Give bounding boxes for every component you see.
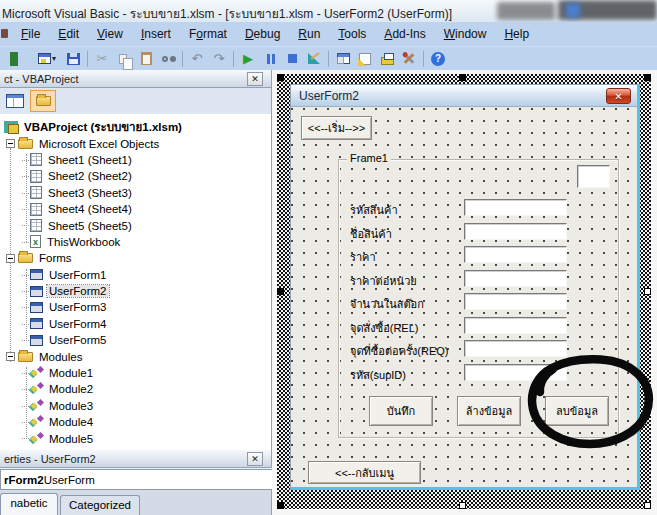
expander-minus-icon[interactable] — [6, 139, 15, 148]
field-label-stock-qty[interactable]: จำนวนในสต๊อก — [350, 295, 424, 313]
menu-item-insert[interactable]: Insert — [132, 24, 180, 44]
properties-panel-close-button[interactable]: ✕ — [247, 452, 263, 466]
userform-close-button[interactable]: ✕ — [606, 88, 631, 104]
run-button[interactable]: ▶ — [237, 49, 259, 69]
back-to-menu-button[interactable]: <<--กลับเมนู — [308, 461, 421, 484]
project-explorer-icon — [337, 53, 350, 64]
menu-item-addins[interactable]: Add-Ins — [375, 24, 434, 44]
reset-button[interactable] — [281, 49, 303, 69]
field-input-product-code[interactable] — [464, 199, 567, 216]
resize-handle[interactable] — [277, 502, 284, 509]
field-input-unit-price[interactable] — [464, 270, 567, 287]
menu-item-debug[interactable]: Debug — [236, 24, 289, 44]
field-label-price[interactable]: ราคา — [350, 248, 376, 266]
cut-button[interactable]: ✂ — [91, 49, 113, 69]
object-browser-button[interactable] — [376, 49, 398, 69]
frame1-control[interactable]: Frame1 รหัสสินค้า ชื่อสินค้า ราคา ราคาต่… — [338, 159, 619, 438]
menu-item-window[interactable]: Window — [435, 24, 496, 44]
tree-item-userform5[interactable]: UserForm5 — [0, 332, 271, 348]
expander-minus-icon[interactable] — [6, 254, 15, 263]
menu-item-view[interactable]: View — [88, 24, 132, 44]
resize-handle[interactable] — [277, 74, 284, 81]
insert-userform-button[interactable]: ▾ — [32, 49, 62, 69]
field-label-product-code[interactable]: รหัสสินค้า — [350, 201, 398, 219]
project-panel-toolbar — [0, 88, 272, 114]
field-label-product-name[interactable]: ชื่อสินค้า — [350, 225, 392, 243]
tree-item-vbaproject[interactable]: VBAProject (ระบบขาย1.xlsm) — [0, 119, 271, 135]
tree-item-userform2[interactable]: UserForm2 — [0, 283, 271, 299]
undo-button[interactable]: ↶ — [186, 49, 208, 69]
tab-categorized[interactable]: Categorized — [60, 495, 140, 515]
menu-item-file[interactable]: File — [12, 24, 49, 44]
stop-icon — [288, 54, 297, 63]
break-button[interactable] — [259, 49, 281, 69]
help-button[interactable]: ? — [427, 49, 449, 69]
copy-button[interactable] — [113, 49, 135, 69]
resize-handle[interactable] — [459, 502, 466, 509]
worksheet-icon — [30, 170, 42, 183]
tree-item-module4[interactable]: Module4 — [0, 414, 271, 430]
save-button[interactable] — [62, 49, 84, 69]
tree-item-modules-folder[interactable]: Modules — [0, 348, 271, 364]
resize-handle[interactable] — [644, 502, 651, 509]
tree-item-sheet3[interactable]: Sheet3 (Sheet3) — [0, 185, 271, 201]
redo-button[interactable]: ↷ — [208, 49, 230, 69]
design-mode-button[interactable] — [303, 49, 325, 69]
folder-icon — [18, 253, 33, 263]
field-label-reorder-point[interactable]: จุดสั่งซื้อ(REL) — [350, 319, 418, 337]
menu-item-help[interactable]: Help — [495, 24, 538, 44]
menu-item-tools[interactable]: Tools — [329, 24, 375, 44]
worksheet-icon — [30, 153, 42, 166]
field-input-product-name[interactable] — [464, 223, 567, 240]
save-record-button[interactable]: บันทึก — [369, 396, 433, 426]
expander-minus-icon[interactable] — [6, 352, 15, 361]
start-button-control[interactable]: <<--เริ่ม-->> — [301, 116, 372, 140]
field-input-price[interactable] — [464, 246, 567, 263]
field-input-reorder-qty[interactable] — [464, 340, 567, 357]
field-input-supplier-id[interactable] — [464, 364, 567, 381]
resize-handle[interactable] — [459, 74, 466, 81]
project-explorer-button[interactable] — [332, 49, 354, 69]
tree-item-sheet2[interactable]: Sheet2 (Sheet2) — [0, 168, 271, 184]
field-input-stock-qty[interactable] — [464, 293, 567, 310]
tree-item-userform1[interactable]: UserForm1 — [0, 267, 271, 283]
tree-item-module5[interactable]: Module5 — [0, 430, 271, 446]
resize-handle[interactable] — [644, 288, 651, 295]
tree-item-excel-objects[interactable]: Microsoft Excel Objects — [0, 135, 271, 151]
excel-partial-icon[interactable] — [10, 49, 32, 69]
tree-item-sheet1[interactable]: Sheet1 (Sheet1) — [0, 152, 271, 168]
clear-data-button[interactable]: ล้างข้อมูล — [457, 396, 521, 426]
field-label-reorder-qty[interactable]: จุดที่ซื้อต่อครั้ง(REQ) — [350, 342, 448, 360]
properties-window-button[interactable] — [354, 49, 376, 69]
resize-handle[interactable] — [277, 288, 284, 295]
tree-item-module1[interactable]: Module1 — [0, 365, 271, 381]
tree-item-userform4[interactable]: UserForm4 — [0, 316, 271, 332]
properties-panel-header: erties - UserForm2 — [0, 450, 272, 468]
tree-item-module3[interactable]: Module3 — [0, 398, 271, 414]
menu-item-format[interactable]: Format — [180, 24, 236, 44]
toolbox-button[interactable] — [398, 49, 420, 69]
project-panel-close-button[interactable]: ✕ — [247, 72, 263, 86]
tree-item-sheet5[interactable]: Sheet5 (Sheet5) — [0, 217, 271, 233]
tree-item-module2[interactable]: Module2 — [0, 381, 271, 397]
field-input-reorder-point[interactable] — [464, 317, 567, 334]
tree-item-thisworkbook[interactable]: xThisWorkbook — [0, 234, 271, 250]
menu-item-run[interactable]: Run — [289, 24, 329, 44]
tab-alphabetic[interactable]: nabetic — [0, 493, 58, 515]
userform2-design-surface[interactable]: UserForm2 ✕ <<--เริ่ม-->> Frame1 รหัสสิน… — [290, 84, 640, 490]
object-selector-combo[interactable]: rForm2 UserForm — [0, 469, 272, 490]
mini-textbox-control[interactable] — [577, 165, 610, 188]
resize-handle[interactable] — [644, 74, 651, 81]
menu-item-edit[interactable]: Edit — [49, 24, 88, 44]
field-label-unit-price[interactable]: ราคาต่อหน่วย — [350, 272, 417, 290]
view-object-icon[interactable] — [6, 94, 24, 108]
delete-data-button[interactable]: ลบข้อมูล — [545, 396, 609, 426]
tree-item-sheet4[interactable]: Sheet4 (Sheet4) — [0, 201, 271, 217]
tree-item-forms-folder[interactable]: Forms — [0, 250, 271, 266]
toggle-folders-button[interactable] — [30, 90, 56, 112]
find-button[interactable] — [157, 49, 179, 69]
title-bar: Microsoft Visual Basic - ระบบขาย1.xlsm -… — [0, 0, 657, 22]
paste-button[interactable] — [135, 49, 157, 69]
tree-item-userform3[interactable]: UserForm3 — [0, 299, 271, 315]
field-label-supplier-id[interactable]: รหัส(supID) — [350, 366, 406, 384]
